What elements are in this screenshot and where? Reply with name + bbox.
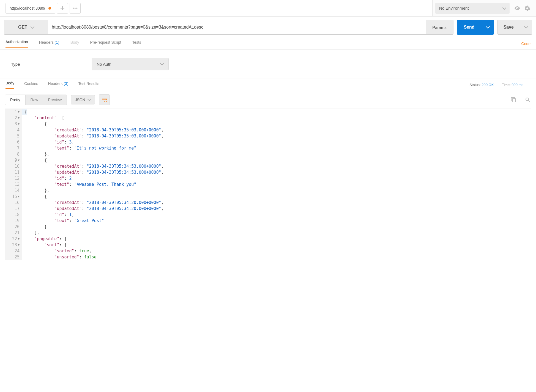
svg-point-3 bbox=[526, 98, 529, 101]
code-content: { bbox=[22, 157, 47, 163]
method-url-wrap: GET Params bbox=[4, 20, 453, 35]
ellipsis-icon: ••• bbox=[72, 6, 78, 11]
line-number: 6 bbox=[5, 139, 22, 145]
tab-label: Tests bbox=[132, 40, 141, 45]
seg-label: Pretty bbox=[10, 98, 20, 102]
json-line: 18 "id": 1, bbox=[5, 212, 531, 218]
request-bar: GET Params Send Save bbox=[0, 16, 536, 38]
line-number: 15▼ bbox=[5, 194, 22, 200]
resp-tab-headers[interactable]: Headers (3) bbox=[48, 81, 69, 89]
tab-label: Body bbox=[6, 81, 14, 85]
auth-type-select[interactable]: No Auth bbox=[92, 58, 169, 70]
code-content: "createdAt": "2018-04-30T05:35:03.000+00… bbox=[22, 127, 164, 133]
copy-icon bbox=[511, 97, 516, 102]
format-label: JSON bbox=[75, 98, 85, 102]
save-dropdown-button[interactable] bbox=[520, 20, 532, 35]
json-line: 23▼ "sort": { bbox=[5, 242, 531, 248]
eye-icon bbox=[515, 6, 520, 10]
resp-tab-tests[interactable]: Test Results bbox=[78, 81, 99, 89]
line-number: 16 bbox=[5, 200, 22, 206]
new-tab-button[interactable] bbox=[57, 3, 68, 14]
response-meta: Status: 200 OK Time: 909 ms bbox=[469, 83, 530, 87]
resp-tab-cookies[interactable]: Cookies bbox=[24, 81, 38, 89]
json-line: 14 }, bbox=[5, 187, 531, 194]
search-button[interactable] bbox=[524, 96, 531, 103]
json-line: 19 "text": "Great Post" bbox=[5, 218, 531, 224]
tab-label: Headers bbox=[48, 81, 63, 86]
search-icon bbox=[525, 97, 530, 102]
line-number: 11 bbox=[5, 169, 22, 175]
save-label: Save bbox=[504, 25, 514, 30]
code-content: "updatedAt": "2018-04-30T05:35:03.000+00… bbox=[22, 133, 164, 139]
code-content: ], bbox=[22, 230, 39, 236]
code-label: Code bbox=[521, 42, 530, 46]
tab-headers[interactable]: Headers (1) bbox=[39, 40, 59, 47]
plus-icon bbox=[61, 6, 64, 10]
json-line: 24 "sorted": true, bbox=[5, 248, 531, 254]
line-number: 13 bbox=[5, 181, 22, 187]
save-group: Save bbox=[497, 20, 532, 35]
auth-row: Type No Auth bbox=[0, 49, 536, 79]
status-value: 200 OK bbox=[482, 83, 494, 87]
chevron-down-icon bbox=[524, 25, 528, 29]
tab-body[interactable]: Body bbox=[70, 40, 79, 47]
time-label: Time: bbox=[502, 83, 511, 87]
svg-rect-2 bbox=[512, 99, 516, 102]
more-tabs-button[interactable]: ••• bbox=[70, 3, 81, 14]
line-number: 1▼ bbox=[5, 109, 22, 115]
tab-label: Authorization bbox=[6, 40, 28, 44]
copy-button[interactable] bbox=[510, 96, 517, 103]
line-number: 4 bbox=[5, 127, 22, 133]
code-link[interactable]: Code bbox=[521, 42, 530, 46]
json-line: 2▼ "content": [ bbox=[5, 115, 531, 121]
tab-title: http://localhost:8080/ bbox=[10, 6, 45, 10]
json-line: 1▼{ bbox=[5, 109, 531, 115]
line-number: 21 bbox=[5, 230, 22, 236]
line-number: 22▼ bbox=[5, 236, 22, 242]
view-raw[interactable]: Raw bbox=[26, 95, 43, 105]
tab-count: (3) bbox=[64, 81, 68, 86]
environment-quickview-button[interactable] bbox=[512, 3, 522, 13]
code-content: } bbox=[22, 224, 47, 230]
code-content: "sorted": true, bbox=[22, 248, 92, 254]
send-button[interactable]: Send bbox=[457, 20, 482, 35]
auth-type-label: Type bbox=[11, 62, 20, 67]
settings-button[interactable] bbox=[522, 3, 532, 13]
json-line: 5 "updatedAt": "2018-04-30T05:35:03.000+… bbox=[5, 133, 531, 139]
view-preview[interactable]: Preview bbox=[43, 95, 67, 105]
tab-tests[interactable]: Tests bbox=[132, 40, 141, 47]
save-button[interactable]: Save bbox=[497, 20, 520, 35]
code-content: "createdAt": "2018-04-30T05:34:20.000+00… bbox=[22, 200, 164, 206]
line-number: 9▼ bbox=[5, 157, 22, 163]
http-method-select[interactable]: GET bbox=[4, 20, 48, 35]
params-button[interactable]: Params bbox=[426, 20, 453, 35]
request-tab[interactable]: http://localhost:8080/ bbox=[6, 3, 55, 14]
json-line: 20 } bbox=[5, 224, 531, 230]
send-dropdown-button[interactable] bbox=[482, 20, 494, 35]
json-line: 17 "updatedAt": "2018-04-30T05:34:20.000… bbox=[5, 206, 531, 212]
svg-line-4 bbox=[528, 100, 530, 102]
chevron-down-icon bbox=[486, 25, 490, 29]
line-number: 23▼ bbox=[5, 242, 22, 248]
line-number: 3▼ bbox=[5, 121, 22, 127]
tab-authorization[interactable]: Authorization bbox=[6, 40, 28, 48]
send-label: Send bbox=[464, 25, 475, 30]
url-input[interactable] bbox=[48, 20, 426, 35]
format-select[interactable]: JSON bbox=[71, 95, 95, 104]
environment-select[interactable]: No Environment bbox=[435, 3, 510, 14]
view-pretty[interactable]: Pretty bbox=[5, 95, 26, 105]
wrap-lines-button[interactable] bbox=[99, 94, 110, 105]
json-line: 7 "text": "It's not working for me" bbox=[5, 145, 531, 151]
json-viewer[interactable]: 1▼{2▼ "content": [3▼ {4 "createdAt": "20… bbox=[5, 109, 531, 260]
tab-label: Body bbox=[70, 40, 79, 45]
code-content: }, bbox=[22, 151, 49, 157]
tab-count: (1) bbox=[55, 40, 59, 45]
tab-prerequest[interactable]: Pre-request Script bbox=[90, 40, 121, 47]
code-content: "id": 3, bbox=[22, 139, 74, 145]
chevron-down-icon bbox=[502, 5, 506, 9]
tab-label: Pre-request Script bbox=[90, 40, 121, 45]
body-toolbar: Pretty Raw Preview JSON bbox=[0, 91, 536, 109]
resp-tab-body[interactable]: Body bbox=[6, 81, 14, 89]
wrap-icon bbox=[102, 98, 107, 102]
json-line: 4 "createdAt": "2018-04-30T05:35:03.000+… bbox=[5, 127, 531, 133]
